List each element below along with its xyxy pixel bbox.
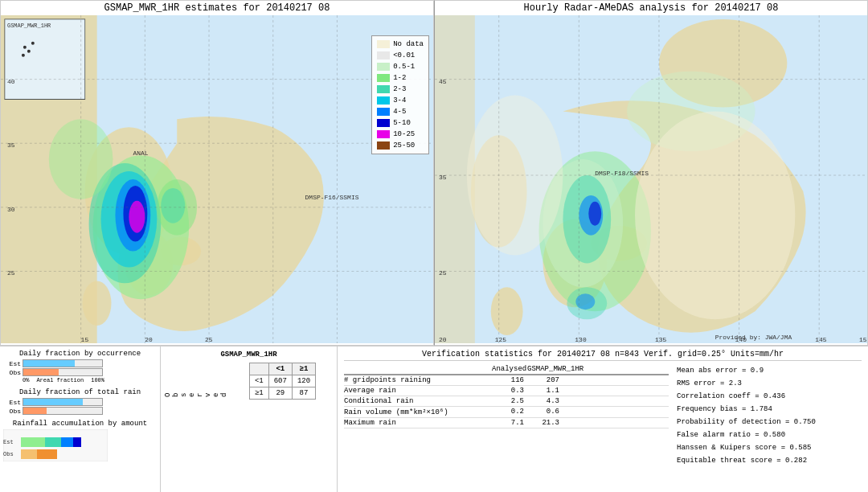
score-ets: Equitable threat score = 0.282 xyxy=(677,454,862,467)
est-label-1: Est xyxy=(3,360,21,367)
contingency-val-ge1-lt1: 29 xyxy=(268,387,292,400)
svg-text:15: 15 xyxy=(81,336,89,343)
verif-analyzed-4: 7.1 xyxy=(492,419,524,427)
svg-text:Obs: Obs xyxy=(3,451,14,457)
verif-gsmap-4: 21.3 xyxy=(527,419,559,427)
verif-col-headers: Analysed GSMAP_MWR_1HR xyxy=(344,364,669,375)
contingency-header-lt1: <1 xyxy=(268,363,292,375)
obs-bar-total-rain: Obs xyxy=(3,407,157,415)
svg-point-5 xyxy=(83,281,112,326)
verif-analyzed-3: 0.2 xyxy=(492,408,524,416)
est-bar-fill-2 xyxy=(23,399,83,405)
svg-rect-82 xyxy=(73,437,81,447)
score-hk: Hanssen & Kuipers score = 0.585 xyxy=(677,441,862,454)
right-map-canvas: 35 45 25 20 125 130 135 140 145 15 DMSP-… xyxy=(435,15,867,343)
svg-point-11 xyxy=(129,201,145,233)
chart-total-rain: Daily fraction of total rain Est Obs xyxy=(3,388,157,415)
contingency-header-empty xyxy=(249,363,268,375)
contingency-table: <1 ≥1 <1 607 120 ≥1 29 87 xyxy=(249,363,316,400)
verif-label-2: Conditional rain xyxy=(344,397,489,405)
verif-scores: Mean abs error = 0.9 RMS error = 2.3 Cor… xyxy=(677,364,862,467)
est-bar-track-2 xyxy=(23,398,103,406)
est-bar-track-1 xyxy=(23,359,103,367)
contingency-val-ge1-ge1: 87 xyxy=(292,387,315,400)
chart-accumulation-title: Rainfall accumulation by amount xyxy=(3,420,157,428)
svg-text:25: 25 xyxy=(439,269,447,277)
obs-bar-track-2 xyxy=(23,407,103,415)
bottom-row: Daily fraction by occurrence Est Obs 0% … xyxy=(0,346,868,492)
svg-text:25: 25 xyxy=(205,336,213,343)
legend-color-4-5 xyxy=(377,108,390,116)
verif-gsmap-1: 1.1 xyxy=(527,387,559,395)
svg-rect-80 xyxy=(45,437,61,447)
verif-content: Analysed GSMAP_MWR_1HR # gridpoints rain… xyxy=(344,364,862,467)
top-row: GSMAP_MWR_1HR estimates for 20140217 08 xyxy=(0,0,868,346)
chart-occurrence: Daily fraction by occurrence Est Obs 0% … xyxy=(3,350,157,383)
svg-point-55 xyxy=(467,96,563,256)
svg-point-47 xyxy=(491,287,523,335)
verif-analyzed-0: 116 xyxy=(492,376,524,384)
verif-label-4: Maximum rain xyxy=(344,419,489,427)
bottom-center-panel: GSMAP_MWR_1HR Observed <1 ≥1 xyxy=(161,346,338,492)
obs-bar-fill-2 xyxy=(23,408,47,414)
contingency-header-ge1: ≥1 xyxy=(292,363,315,375)
svg-text:GSMAP_MWR_1HR: GSMAP_MWR_1HR xyxy=(7,23,51,29)
obs-bar-track-1 xyxy=(23,368,103,376)
svg-text:45: 45 xyxy=(439,78,447,85)
obs-bar-fill-1 xyxy=(23,369,59,375)
verif-label-0: # gridpoints raining xyxy=(344,376,489,384)
verif-stats-table: Analysed GSMAP_MWR_1HR # gridpoints rain… xyxy=(344,364,669,467)
svg-point-52 xyxy=(588,202,601,226)
contingency-row-ge1: ≥1 29 87 xyxy=(249,387,315,400)
svg-text:145: 145 xyxy=(815,336,827,343)
legend-1-2: 1-2 xyxy=(377,72,424,84)
chart-accumulation: Rainfall accumulation by amount Est Obs xyxy=(3,420,157,464)
legend-color-3-4 xyxy=(377,96,390,105)
left-map-title: GSMAP_MWR_1HR estimates for 20140217 08 xyxy=(1,1,433,15)
svg-text:25: 25 xyxy=(7,269,15,277)
svg-rect-16 xyxy=(5,19,85,100)
svg-text:Est: Est xyxy=(3,439,14,445)
verif-analyzed-1: 0.3 xyxy=(492,387,524,395)
verif-row-1: Average rain 0.3 1.1 xyxy=(344,386,669,396)
score-pod: Probability of detection = 0.750 xyxy=(677,416,862,428)
svg-text:DMSP-F16/SSMIS: DMSP-F16/SSMIS xyxy=(305,194,359,201)
verif-gsmap-3: 0.6 xyxy=(527,408,559,416)
bottom-right-panel: Verification statistics for 20140217 08 … xyxy=(338,346,868,492)
est-label-2: Est xyxy=(3,399,21,406)
contingency-row-lt1: <1 607 120 xyxy=(249,375,315,387)
contingency-row-label-lt1: <1 xyxy=(249,375,268,387)
svg-text:130: 130 xyxy=(575,336,587,343)
verif-gsmap-0: 207 xyxy=(527,376,559,384)
verif-col-analyzed: Analysed xyxy=(492,365,524,373)
svg-point-18 xyxy=(27,50,31,53)
chart-occurrence-title: Daily fraction by occurrence xyxy=(3,350,157,358)
legend-color-1-2 xyxy=(377,74,390,82)
contingency-gsmap-label: GSMAP_MWR_1HR xyxy=(164,350,334,359)
svg-text:15: 15 xyxy=(859,336,867,343)
right-map-panel: Hourly Radar-AMeDAS analysis for 2014021… xyxy=(434,0,868,346)
main-container: GSMAP_MWR_1HR estimates for 20140217 08 xyxy=(0,0,868,492)
verif-row-3: Rain volume (mm*km²×10⁶) 0.2 0.6 xyxy=(344,407,669,418)
legend-5-10: 5-10 xyxy=(377,117,424,129)
contingency-val-lt1-lt1: 607 xyxy=(268,375,292,387)
est-bar-fill-1 xyxy=(23,360,75,367)
legend-color-lt001 xyxy=(377,51,390,59)
svg-point-20 xyxy=(31,42,35,45)
svg-text:DMSP-F18/SSMIS: DMSP-F18/SSMIS xyxy=(595,170,649,177)
svg-text:35: 35 xyxy=(7,141,15,149)
bar-axis-1: 0% Areal fraction 100% xyxy=(23,377,104,383)
obs-bar-occurrence: Obs xyxy=(3,368,157,376)
score-corr: Correlation coeff = 0.436 xyxy=(677,390,862,403)
left-map-panel: GSMAP_MWR_1HR estimates for 20140217 08 xyxy=(0,0,434,346)
contingency-val-lt1-ge1: 120 xyxy=(292,375,315,387)
legend-10-25: 10-25 xyxy=(377,129,424,140)
svg-text:40: 40 xyxy=(7,78,15,85)
left-map-canvas: GSMAP_MWR_1HR 15 20 25 25 30 xyxy=(1,15,433,343)
verif-col-spacer xyxy=(344,365,489,373)
verif-row-2: Conditional rain 2.5 4.3 xyxy=(344,396,669,407)
svg-text:20: 20 xyxy=(439,336,447,343)
obs-label-2: Obs xyxy=(3,408,21,415)
svg-text:30: 30 xyxy=(7,206,15,213)
score-mean-abs: Mean abs error = 0.9 xyxy=(677,364,862,377)
